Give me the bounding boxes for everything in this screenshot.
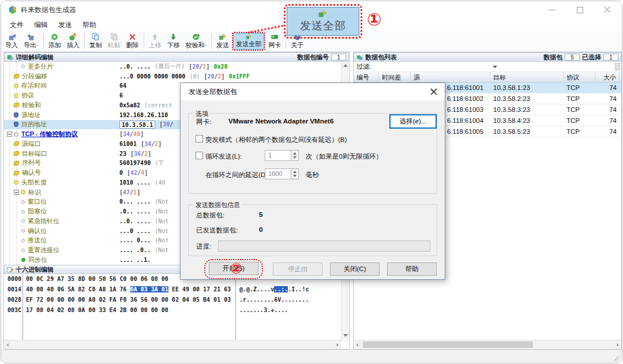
hex-row[interactable]: 0028EF 72 00 00 00 00 A0 02 FA F0 36 56 …	[4, 295, 341, 305]
hex-row[interactable]: 003C17 08 04 02 08 0A 00 33 E4 2B 00 00 …	[4, 305, 341, 316]
tree-row[interactable]: 更多分片..0. ....(最后一片)[20/1]0x20	[4, 62, 349, 72]
filter-more-button[interactable]: ....	[615, 63, 620, 70]
hex-editor[interactable]: 000000 0C 29 A7 35 8D 00 50 56 C0 00 06 …	[4, 274, 341, 341]
delay-spinner[interactable]	[291, 168, 299, 179]
send-icon	[219, 33, 227, 41]
column-header-6[interactable]: 大小	[595, 72, 620, 82]
insert-icon	[69, 33, 77, 41]
menu-文件[interactable]: 文件	[5, 19, 29, 31]
maximize-button[interactable]	[576, 6, 584, 14]
field-label: 目的地址	[21, 120, 47, 129]
toolbar-down-button[interactable]: 下移	[164, 32, 183, 51]
hex-vertical-scrollbar[interactable]	[341, 274, 349, 341]
stop-button[interactable]: 停止(t)	[273, 262, 322, 276]
close-dialog-button[interactable]: 关闭(C)	[330, 262, 380, 276]
scrollbar-thumb[interactable]	[363, 342, 533, 348]
collapse-icon[interactable]	[14, 190, 19, 195]
selected-count-label: 已选择	[582, 53, 601, 62]
toolbar-sendall-button[interactable]: 发送全部	[233, 33, 264, 50]
column-header-4[interactable]: 目标	[490, 72, 564, 82]
export-icon	[27, 33, 35, 41]
burst-mode-label: 突发模式（相邻的两个数据包之间没有延迟）(B)	[205, 136, 347, 144]
hex-offset: 0028	[7, 295, 21, 305]
send-all-callout-label: 发送全部	[300, 18, 346, 33]
collapse-icon[interactable]	[7, 132, 12, 137]
choose-adapter-button[interactable]: 选择(e)...	[389, 114, 437, 129]
packet-count-label: 数据包	[543, 53, 562, 62]
menu-发送[interactable]: 发送	[53, 19, 77, 31]
decode-horizontal-scrollbar[interactable]: ‹ ›	[4, 340, 341, 349]
hex-offset: 0000	[7, 274, 21, 284]
field-icon	[21, 210, 25, 213]
field-value: 6	[119, 91, 127, 100]
toolbar-checksum-button[interactable]: 校验和·	[183, 32, 210, 51]
field-icon	[21, 239, 25, 242]
packet-cell: TCP	[564, 82, 595, 93]
toolbar-up-button[interactable]: 上移	[146, 32, 164, 51]
field-value: 560197490(下	[119, 159, 168, 168]
field-icon	[14, 161, 19, 166]
toolbar-import-button[interactable]: 导入	[2, 32, 21, 51]
help-button[interactable]: 帮助	[387, 262, 437, 276]
column-header-1[interactable]: 编号	[354, 72, 379, 82]
burst-mode-checkbox[interactable]	[196, 135, 203, 142]
column-header-3[interactable]: 源	[411, 72, 490, 82]
loop-suffix-label: 次（如果是0则无限循环）	[306, 152, 382, 161]
packet-cell: 74	[595, 126, 620, 137]
send-all-callout-button[interactable]: 发送全部	[287, 7, 359, 36]
field-label: 紧急指针位	[28, 217, 59, 226]
hex-row[interactable]: 001440 00 40 06 5A 82 C0 A8 1A 76 0A 03 …	[4, 284, 341, 295]
field-icon	[14, 74, 19, 78]
menu-编辑[interactable]: 编辑	[29, 19, 53, 31]
column-header-5[interactable]: 协议	[564, 72, 595, 82]
send-all-callout-outline: 发送全部	[284, 4, 362, 39]
field-label: 协议	[21, 91, 34, 100]
toolbar-send-button[interactable]: 发送	[213, 32, 232, 51]
hex-bytes: 40 00 40 06 5A 82 C0 A8 1A 76 0A 03 3A 0…	[26, 284, 231, 295]
toolbar-insert-button[interactable]: 插入	[64, 32, 82, 51]
toolbar-nic-button[interactable]: 网卡	[265, 32, 284, 51]
field-icon	[21, 190, 25, 194]
field-value: .... .0..(Not	[119, 245, 172, 255]
selected-count-value: 1	[603, 54, 618, 61]
toolbar-separator	[144, 33, 144, 49]
decode-panel-header: 详细解码编辑 数据包编号 1	[4, 52, 349, 62]
packet-cell: 74	[595, 115, 620, 126]
filter-dropdown-icon[interactable]	[493, 66, 497, 68]
dialog-close-icon[interactable]	[430, 88, 438, 96]
field-value: 0x5a82(correct	[119, 100, 176, 110]
packet-cell: TCP	[564, 93, 595, 104]
nic-value: VMware Network Adapter VMnet6	[228, 118, 333, 125]
packet-table-header: 编号时间差源目标协议大小	[354, 72, 621, 82]
field-icon	[14, 171, 19, 175]
toolbar-separator	[211, 33, 212, 49]
toolbar-delete-button[interactable]: 删除	[123, 32, 142, 51]
close-button[interactable]	[603, 6, 611, 14]
field-label: 阻塞位	[28, 207, 47, 216]
toolbar-add-button[interactable]: 添加	[46, 32, 64, 51]
field-label: 推送位	[28, 236, 47, 245]
field-edit-box[interactable]: 10.3.58.1	[119, 121, 155, 129]
menu-帮助[interactable]: 帮助	[77, 19, 102, 31]
resize-grip[interactable]	[614, 355, 620, 361]
tree-row[interactable]: 分段偏移...0 0000 0000 0000(0)[20/2]0x1FFF	[4, 72, 349, 81]
packet-list-horizontal-scrollbar[interactable]: ‹ ›	[354, 340, 621, 349]
field-label: 头部长度	[21, 178, 47, 187]
hex-ascii: .......3.+....	[239, 305, 288, 316]
toolbar-copy-button[interactable]: 复制	[87, 32, 105, 51]
column-header-2[interactable]: 时间差	[379, 72, 411, 82]
minimize-button[interactable]	[548, 6, 556, 14]
field-icon	[14, 84, 18, 88]
loop-send-checkbox[interactable]	[196, 152, 203, 159]
field-icon	[14, 103, 19, 107]
loop-count-spinner[interactable]	[291, 150, 299, 161]
field-label: TCP - 传输控制协议	[21, 130, 78, 138]
field-icon	[21, 229, 25, 232]
filter-input[interactable]	[374, 63, 498, 71]
toolbar-export-button[interactable]: 导出·	[21, 32, 42, 51]
filter-row: 过滤: ....	[354, 62, 621, 72]
delay-input[interactable]: 1000	[265, 168, 291, 179]
toolbar-paste-button[interactable]: 粘贴	[105, 32, 123, 51]
loop-count-input[interactable]: 1	[265, 150, 291, 161]
nic-label: 网卡:	[196, 118, 211, 126]
